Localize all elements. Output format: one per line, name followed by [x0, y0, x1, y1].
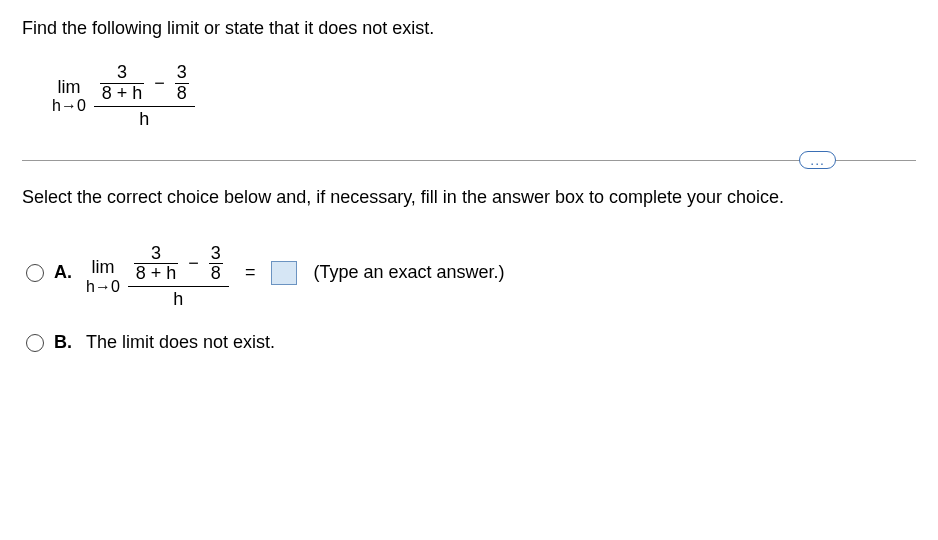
outer-denominator-a: h: [167, 287, 189, 312]
frac2-den: 8: [175, 84, 189, 104]
inner-fraction-1a: 3 8 + h: [134, 244, 179, 285]
radio-a[interactable]: [26, 264, 44, 282]
choice-a-label: A.: [54, 262, 76, 283]
inner-fraction-1: 3 8 + h: [100, 63, 145, 104]
question-prompt: Find the following limit or state that i…: [22, 18, 916, 39]
lim-operator: lim h→0: [52, 78, 86, 115]
choice-a-expression: lim h→0 3 8 + h − 3 8: [86, 242, 229, 313]
lim-text: lim: [57, 78, 80, 98]
choice-list: A. lim h→0 3 8 + h − 3: [26, 234, 916, 354]
equals-sign: =: [245, 262, 256, 283]
choice-a-hint: (Type an exact answer.): [313, 262, 504, 283]
inner-fraction-2a: 3 8: [209, 244, 223, 285]
frac2-den-a: 8: [209, 264, 223, 284]
frac2-num-a: 3: [209, 244, 223, 264]
lim-subscript-a: h→0: [86, 278, 120, 296]
frac1-den-a: 8 + h: [134, 264, 179, 284]
answer-input[interactable]: [271, 261, 297, 285]
frac1-num-a: 3: [149, 244, 163, 264]
lim-operator-a: lim h→0: [86, 258, 120, 295]
outer-fraction: 3 8 + h − 3 8 h: [94, 61, 195, 132]
choice-b-text: The limit does not exist.: [86, 332, 275, 353]
choice-a: A. lim h→0 3 8 + h − 3: [26, 234, 916, 313]
frac2-num: 3: [175, 63, 189, 83]
inner-fraction-2: 3 8: [175, 63, 189, 104]
choice-b: B. The limit does not exist.: [26, 332, 916, 353]
more-button[interactable]: ...: [799, 151, 836, 169]
radio-b[interactable]: [26, 334, 44, 352]
choice-b-label: B.: [54, 332, 76, 353]
instruction-text: Select the correct choice below and, if …: [22, 187, 916, 208]
minus-sign-a: −: [188, 253, 199, 274]
outer-fraction-a: 3 8 + h − 3 8 h: [128, 242, 229, 313]
outer-denominator: h: [133, 107, 155, 132]
limit-expression: lim h→0 3 8 + h − 3 8 h: [52, 61, 195, 132]
lim-subscript: h→0: [52, 97, 86, 115]
frac1-den: 8 + h: [100, 84, 145, 104]
frac1-num: 3: [115, 63, 129, 83]
minus-sign: −: [154, 73, 165, 94]
lim-text-a: lim: [91, 258, 114, 278]
